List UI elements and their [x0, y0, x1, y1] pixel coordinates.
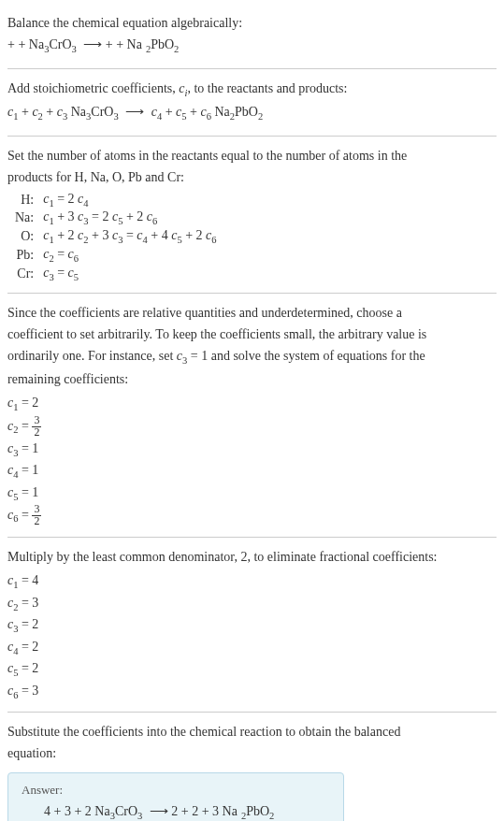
- balance-equations-table: H: c1 = 2 c4 Na: c1 + 3 c3 = 2 c5 + 2 c6…: [11, 191, 221, 283]
- section-atom-balance: Set the number of atoms in the reactants…: [7, 140, 497, 289]
- element-label: O:: [11, 227, 39, 246]
- val: = 2: [18, 396, 38, 410]
- problem-title: Balance the chemical equation algebraica…: [7, 13, 497, 33]
- divider: [7, 68, 497, 69]
- balance-instruction-1: Set the number of atoms in the reactants…: [7, 146, 497, 166]
- divider: [7, 136, 497, 137]
- coeff-row: c2 = 3: [7, 593, 497, 615]
- text: 4 + 3 + 2 Na: [44, 804, 110, 818]
- text: ⟶ 2 + 2 + 3 Na: [142, 804, 241, 818]
- eq-text: ⟶ + + Na: [77, 37, 146, 51]
- element-equation: c1 + 3 c3 = 2 c5 + 2 c6: [39, 209, 220, 227]
- table-row: H: c1 = 2 c4: [11, 191, 221, 209]
- coeff-row: c5 = 1: [7, 483, 497, 505]
- coeff-row: c4 = 1: [7, 460, 497, 483]
- val: = 3: [18, 596, 38, 610]
- val: = 2: [18, 661, 38, 675]
- fraction: 32: [32, 504, 41, 527]
- val: =: [18, 508, 32, 522]
- fractional-coefficients: c1 = 2 c2 = 32 c3 = 1 c4 = 1 c5 = 1 c6 =…: [7, 393, 497, 527]
- answer-text-1: Substitute the coefficients into the che…: [7, 722, 497, 742]
- answer-equation: 4 + 3 + 2 Na3CrO3 ⟶ 2 + 2 + 3 Na2PbO2: [22, 803, 330, 821]
- answer-label: Answer:: [22, 783, 330, 798]
- denominator: 2: [32, 516, 41, 527]
- table-row: Pb: c2 = c6: [11, 246, 221, 265]
- eq-text: PbO: [151, 37, 174, 51]
- element-equation: c1 = 2 c4: [39, 191, 220, 209]
- val: = 4: [18, 573, 38, 587]
- text: = 1 and solve the system of equations fo…: [187, 349, 425, 363]
- text: + 2: [54, 228, 78, 242]
- text: =: [54, 266, 68, 280]
- solve-text-3: ordinarily one. For instance, set c3 = 1…: [7, 346, 497, 368]
- val: = 2: [18, 640, 38, 654]
- text: + 2: [122, 209, 146, 223]
- integer-coefficients: c1 = 4 c2 = 3 c3 = 2 c4 = 2 c5 = 2 c6 = …: [7, 570, 497, 702]
- table-row: O: c1 + 2 c2 + 3 c3 = c4 + 4 c5 + 2 c6: [11, 227, 221, 246]
- sub: 5: [74, 272, 79, 282]
- coeff-row: c4 = 2: [7, 637, 497, 659]
- divider: [7, 537, 497, 538]
- sub: 4: [83, 197, 88, 208]
- text: = 2: [89, 209, 112, 223]
- sub-3: 3: [113, 111, 118, 122]
- stoich-instruction: Add stoichiometric coefficients, ci, to …: [7, 79, 497, 101]
- arrow: ⟶: [119, 105, 151, 119]
- solve-text-4: remaining coefficients:: [7, 369, 497, 389]
- section-solve: Since the coefficients are relative quan…: [7, 297, 497, 533]
- text: PbO: [246, 804, 269, 818]
- text: + 2: [182, 228, 206, 242]
- text: + 3: [89, 228, 112, 242]
- text: + 3: [54, 209, 78, 223]
- text: Na: [211, 105, 230, 119]
- section-multiply: Multiply by the least common denominator…: [7, 541, 497, 708]
- coeff-row: c5 = 2: [7, 658, 497, 681]
- val: = 1: [18, 441, 38, 455]
- val: = 1: [18, 463, 38, 477]
- coeff-row: c2 = 32: [7, 415, 497, 439]
- section-problem: Balance the chemical equation algebraica…: [7, 7, 497, 65]
- text: +: [187, 105, 201, 119]
- element-equation: c2 = c6: [39, 246, 220, 265]
- multiply-text: Multiply by the least common denominator…: [7, 547, 497, 567]
- text: Na: [67, 105, 86, 119]
- sub-2: 2: [258, 111, 263, 122]
- section-answer: Substitute the coefficients into the che…: [7, 716, 497, 821]
- eq-text: CrO: [49, 37, 71, 51]
- text: CrO: [115, 804, 137, 818]
- text: CrO: [91, 105, 113, 119]
- denominator: 2: [32, 427, 41, 439]
- coeff-row: c3 = 1: [7, 439, 497, 461]
- coeff-row: c6 = 32: [7, 504, 497, 527]
- text: PbO: [235, 105, 258, 119]
- val: = 1: [18, 485, 38, 499]
- sub: 6: [211, 235, 216, 245]
- sub-2: 2: [269, 811, 274, 821]
- text: =: [54, 247, 68, 261]
- sub: 6: [152, 216, 157, 226]
- element-label: H:: [11, 191, 39, 209]
- element-label: Na:: [11, 209, 39, 227]
- text: +: [162, 105, 176, 119]
- eq-text: + + Na: [7, 37, 44, 51]
- text: +: [18, 105, 32, 119]
- coeff-row: c1 = 4: [7, 570, 497, 593]
- element-equation: c1 + 2 c2 + 3 c3 = c4 + 4 c5 + 2 c6: [39, 227, 220, 246]
- text: =: [122, 228, 137, 242]
- element-label: Cr:: [11, 265, 39, 283]
- text: + 4: [148, 228, 171, 242]
- problem-equation: + + Na3CrO3 ⟶ + + Na2PbO2: [7, 35, 497, 57]
- answer-box: Answer: 4 + 3 + 2 Na3CrO3 ⟶ 2 + 2 + 3 Na…: [7, 772, 344, 821]
- section-stoichiometric: Add stoichiometric coefficients, ci, to …: [7, 73, 497, 132]
- text: +: [43, 105, 57, 119]
- element-label: Pb:: [11, 246, 39, 265]
- val: =: [18, 418, 32, 432]
- answer-text-2: equation:: [7, 743, 497, 763]
- table-row: Na: c1 + 3 c3 = 2 c5 + 2 c6: [11, 209, 221, 227]
- table-row: Cr: c3 = c5: [11, 265, 221, 283]
- element-equation: c3 = c5: [39, 265, 220, 283]
- stoich-equation: c1 + c2 + c3 Na3CrO3 ⟶ c4 + c5 + c6 Na2P…: [7, 102, 497, 124]
- coeff-row: c3 = 2: [7, 614, 497, 637]
- text: , to the reactants and products:: [187, 81, 347, 95]
- sub-2: 2: [174, 44, 179, 54]
